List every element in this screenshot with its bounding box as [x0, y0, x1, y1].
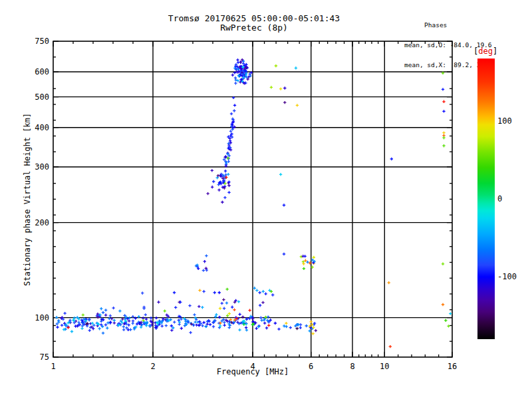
- data-point: [112, 307, 114, 309]
- y-tick-label: 100: [19, 313, 49, 323]
- data-point: [238, 329, 241, 331]
- colorbar-tick-label: 100: [497, 116, 512, 126]
- data-point: [201, 325, 203, 327]
- data-point: [154, 321, 156, 324]
- data-point: [258, 291, 261, 294]
- data-point: [442, 131, 445, 134]
- data-point: [253, 287, 256, 289]
- data-point: [223, 307, 225, 310]
- data-point: [173, 321, 176, 323]
- data-point: [234, 76, 237, 79]
- y-tick-label: 600: [19, 67, 49, 76]
- data-point: [388, 281, 390, 284]
- data-point: [102, 311, 104, 314]
- data-point: [311, 332, 314, 335]
- data-point: [313, 256, 315, 259]
- y-axis-label: Stationary phase Virtual Height [km]: [23, 113, 32, 286]
- data-point: [442, 263, 444, 265]
- data-point: [104, 314, 107, 317]
- y-tick-label: 75: [19, 352, 49, 362]
- x-tick-label: 1: [43, 362, 63, 371]
- data-point: [202, 290, 205, 293]
- data-point: [444, 319, 447, 322]
- data-point: [227, 173, 229, 176]
- data-point: [100, 307, 102, 310]
- data-point: [237, 300, 240, 303]
- colorbar-title-close-bracket: ]: [493, 47, 497, 56]
- data-point: [227, 184, 230, 187]
- data-point: [144, 313, 147, 316]
- x-tick-label: 10: [374, 362, 394, 371]
- data-point: [164, 309, 166, 312]
- data-point: [113, 321, 116, 324]
- data-point: [255, 289, 258, 291]
- data-point: [198, 305, 200, 308]
- data-point: [315, 329, 317, 332]
- data-point: [274, 322, 277, 325]
- data-point: [231, 306, 233, 309]
- x-tick-label: 6: [301, 362, 321, 371]
- data-point: [104, 323, 107, 326]
- data-point: [283, 253, 285, 255]
- data-point: [231, 74, 234, 76]
- data-point: [262, 290, 265, 293]
- data-point: [275, 65, 277, 67]
- data-point: [198, 324, 201, 327]
- data-point: [442, 88, 444, 90]
- data-point: [277, 328, 280, 331]
- data-point: [389, 345, 392, 348]
- data-point: [132, 320, 134, 323]
- points-layer: [55, 59, 452, 348]
- data-point: [279, 87, 282, 90]
- data-point: [223, 324, 225, 327]
- data-point: [106, 327, 108, 329]
- y-tick-label: 200: [19, 218, 49, 227]
- data-point: [442, 144, 445, 147]
- data-point: [194, 321, 196, 323]
- data-point: [113, 319, 116, 322]
- x-tick-label: 8: [342, 362, 362, 371]
- data-point: [265, 327, 268, 329]
- data-point: [222, 298, 225, 301]
- data-point: [233, 309, 235, 311]
- data-point: [229, 130, 232, 132]
- data-point: [80, 327, 83, 330]
- data-point: [224, 174, 227, 176]
- data-point: [155, 317, 158, 319]
- data-point: [449, 312, 452, 315]
- data-point: [261, 301, 264, 304]
- colorbar-tick-label: -100: [497, 272, 517, 281]
- data-point: [212, 325, 215, 328]
- colorbar-title-unit: deg: [478, 47, 493, 56]
- data-point: [202, 269, 205, 271]
- data-point: [161, 325, 164, 327]
- colorbar-tick-label: 0: [497, 194, 502, 203]
- ionogram-chart: Tromsø 20170625 05:00:00-05:01:43 RwPret…: [0, 0, 532, 399]
- data-point: [218, 291, 221, 294]
- data-point: [129, 329, 132, 331]
- data-point: [270, 86, 273, 88]
- data-point: [91, 322, 94, 325]
- data-point: [283, 203, 285, 206]
- data-point: [202, 321, 205, 324]
- data-point: [63, 312, 66, 315]
- data-point: [222, 318, 225, 321]
- data-point: [224, 170, 227, 172]
- data-point: [92, 324, 95, 327]
- x-tick-label: 2: [143, 362, 163, 371]
- data-point: [170, 325, 173, 327]
- data-point: [442, 303, 444, 306]
- data-point: [239, 61, 242, 63]
- data-point: [217, 189, 220, 192]
- data-point: [245, 318, 248, 321]
- data-point: [226, 315, 229, 317]
- data-point: [234, 82, 237, 84]
- data-point: [128, 319, 130, 322]
- data-point: [189, 331, 192, 334]
- data-point: [225, 288, 228, 291]
- data-point: [211, 186, 213, 188]
- data-point: [299, 327, 302, 329]
- data-point: [205, 254, 207, 257]
- data-point: [236, 59, 239, 61]
- data-point: [390, 158, 393, 160]
